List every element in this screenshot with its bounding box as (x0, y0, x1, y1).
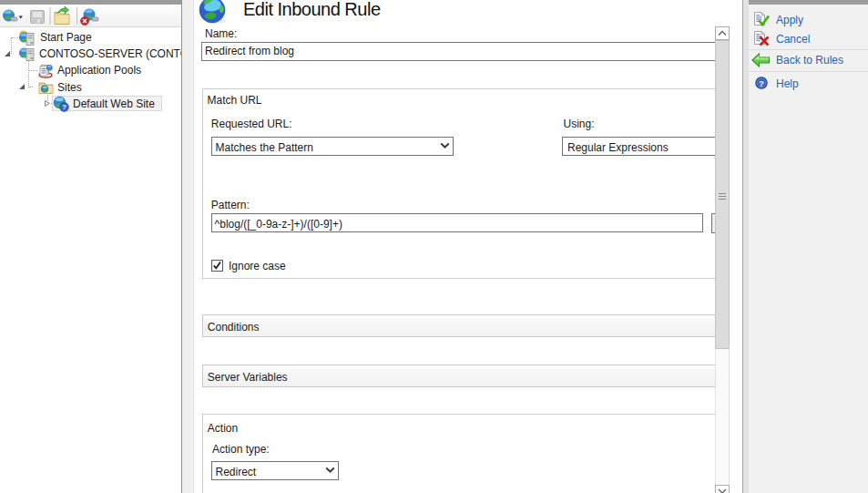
svg-text:?: ? (759, 78, 764, 88)
svg-text:?: ? (62, 103, 66, 111)
